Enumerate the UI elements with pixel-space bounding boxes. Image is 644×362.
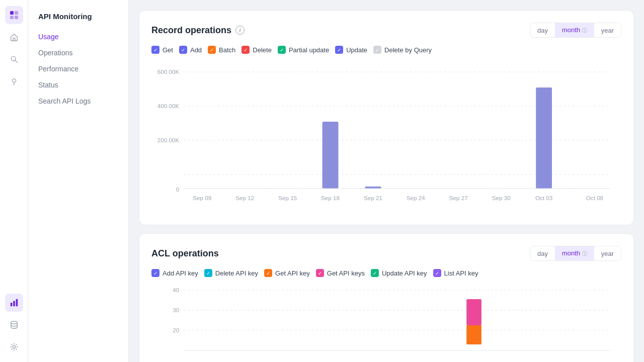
legend-checkbox-add: ✓ — [179, 46, 187, 54]
record-operations-card: Record operations i day month ⓘ year ✓ G… — [139, 10, 634, 225]
legend-checkbox-get-api-keys: ✓ — [316, 269, 324, 277]
sidebar-item-performance[interactable]: Performance — [28, 61, 128, 77]
legend-checkbox-delete-by-query: ✓ — [373, 46, 381, 54]
svg-text:Sep 21: Sep 21 — [364, 195, 382, 201]
legend-checkbox-list-api-key: ✓ — [433, 269, 441, 277]
chart-bar-icon[interactable] — [5, 294, 23, 312]
legend-item-delete-by-query[interactable]: ✓ Delete by Query — [373, 46, 432, 54]
record-ops-year-btn[interactable]: year — [594, 23, 621, 37]
legend-item-delete-api-key[interactable]: ✓ Delete API key — [204, 269, 258, 277]
acl-operations-card: ACL operations day month ⓘ year ✓ Add AP… — [139, 233, 634, 362]
record-operations-header: Record operations i day month ⓘ year — [151, 23, 621, 38]
legend-checkbox-delete: ✓ — [242, 46, 250, 54]
sidebar-item-usage[interactable]: Usage — [28, 29, 128, 45]
legend-item-add[interactable]: ✓ Add — [179, 46, 202, 54]
sidebar-item-operations[interactable]: Operations — [28, 45, 128, 61]
legend-checkbox-get: ✓ — [151, 46, 159, 54]
database-icon[interactable] — [5, 316, 23, 334]
svg-text:Sep 15: Sep 15 — [278, 195, 297, 201]
acl-ops-year-btn[interactable]: year — [594, 246, 621, 260]
svg-rect-0 — [10, 11, 14, 15]
legend-checkbox-add-api-key: ✓ — [151, 269, 159, 277]
main-content: Record operations i day month ⓘ year ✓ G… — [129, 0, 644, 362]
record-operations-title: Record operations i — [151, 25, 245, 36]
svg-text:Sep 30: Sep 30 — [492, 195, 511, 201]
svg-text:400.00K: 400.00K — [157, 103, 180, 109]
legend-item-get-api-key[interactable]: ✓ Get API key — [264, 269, 310, 277]
legend-item-batch[interactable]: ✓ Batch — [208, 46, 235, 54]
legend-checkbox-partial-update: ✓ — [278, 46, 286, 54]
acl-operations-chart: 40 30 20 — [151, 285, 621, 362]
svg-rect-8 — [16, 299, 18, 306]
record-ops-month-btn[interactable]: month ⓘ — [555, 23, 594, 37]
acl-operations-time-selector: day month ⓘ year — [530, 246, 621, 261]
bar-sep18 — [323, 122, 339, 189]
svg-rect-2 — [10, 16, 14, 19]
svg-text:Sep 09: Sep 09 — [193, 195, 211, 201]
svg-text:200.00K: 200.00K — [157, 137, 180, 143]
logo-icon[interactable] — [5, 6, 23, 24]
legend-checkbox-batch: ✓ — [208, 46, 216, 54]
svg-text:Sep 27: Sep 27 — [449, 195, 468, 201]
svg-text:30: 30 — [173, 307, 179, 313]
svg-rect-1 — [15, 11, 18, 15]
svg-text:0: 0 — [176, 187, 179, 193]
svg-text:20: 20 — [173, 327, 179, 333]
svg-rect-3 — [15, 16, 18, 19]
svg-text:40: 40 — [173, 287, 179, 293]
svg-point-9 — [11, 321, 17, 324]
legend-item-get-api-keys[interactable]: ✓ Get API keys — [316, 269, 365, 277]
record-operations-legend: ✓ Get ✓ Add ✓ Batch ✓ Delete ✓ Partial u… — [151, 46, 621, 54]
icon-rail — [0, 0, 28, 362]
bar-sep21 — [365, 187, 381, 189]
acl-bar-pink — [466, 299, 481, 325]
svg-text:Sep 12: Sep 12 — [235, 195, 254, 201]
svg-point-10 — [13, 345, 15, 348]
sidebar-title: API Monitoring — [28, 8, 128, 29]
legend-checkbox-update: ✓ — [335, 46, 343, 54]
settings-gear-icon[interactable] — [5, 338, 23, 356]
legend-item-list-api-key[interactable]: ✓ List API key — [433, 269, 478, 277]
legend-item-update[interactable]: ✓ Update — [335, 46, 367, 54]
acl-operations-header: ACL operations day month ⓘ year — [151, 246, 621, 261]
record-operations-chart: 600.00K 400.00K 200.00K 0 Sep 09 Sep 12 … — [151, 62, 621, 213]
acl-bar-orange — [466, 325, 481, 344]
svg-text:Oct 03: Oct 03 — [535, 195, 552, 201]
search-icon[interactable] — [5, 50, 23, 68]
svg-rect-7 — [13, 301, 15, 306]
svg-text:Oct 08: Oct 08 — [586, 195, 603, 201]
record-operations-info-icon[interactable]: i — [235, 26, 245, 35]
bar-oct03 — [536, 87, 552, 189]
svg-point-4 — [11, 56, 16, 61]
record-operations-svg: 600.00K 400.00K 200.00K 0 Sep 09 Sep 12 … — [151, 62, 621, 213]
sidebar-item-search-api-logs[interactable]: Search API Logs — [28, 93, 128, 109]
sidebar: API Monitoring Usage Operations Performa… — [28, 0, 129, 362]
legend-item-update-api-key[interactable]: ✓ Update API key — [371, 269, 427, 277]
legend-item-delete[interactable]: ✓ Delete — [242, 46, 272, 54]
record-operations-time-selector: day month ⓘ year — [530, 23, 621, 38]
home-icon[interactable] — [5, 28, 23, 46]
svg-text:Sep 18: Sep 18 — [321, 195, 340, 201]
legend-item-add-api-key[interactable]: ✓ Add API key — [151, 269, 198, 277]
legend-item-get[interactable]: ✓ Get — [151, 46, 173, 54]
legend-checkbox-delete-api-key: ✓ — [204, 269, 212, 277]
legend-checkbox-get-api-key: ✓ — [264, 269, 272, 277]
svg-rect-6 — [10, 303, 12, 306]
pin-icon[interactable] — [5, 72, 23, 90]
svg-text:600.00K: 600.00K — [157, 69, 180, 75]
svg-text:Sep 24: Sep 24 — [407, 195, 425, 201]
acl-operations-title: ACL operations — [151, 248, 219, 259]
legend-item-partial-update[interactable]: ✓ Partial update — [278, 46, 329, 54]
sidebar-nav: Usage Operations Performance Status Sear… — [28, 29, 128, 109]
svg-point-5 — [12, 79, 16, 82]
acl-ops-day-btn[interactable]: day — [530, 246, 555, 260]
sidebar-item-status[interactable]: Status — [28, 77, 128, 93]
record-ops-day-btn[interactable]: day — [530, 23, 555, 37]
legend-checkbox-update-api-key: ✓ — [371, 269, 379, 277]
acl-ops-month-btn[interactable]: month ⓘ — [555, 246, 594, 260]
acl-operations-legend: ✓ Add API key ✓ Delete API key ✓ Get API… — [151, 269, 621, 277]
acl-operations-svg: 40 30 20 — [151, 285, 621, 362]
